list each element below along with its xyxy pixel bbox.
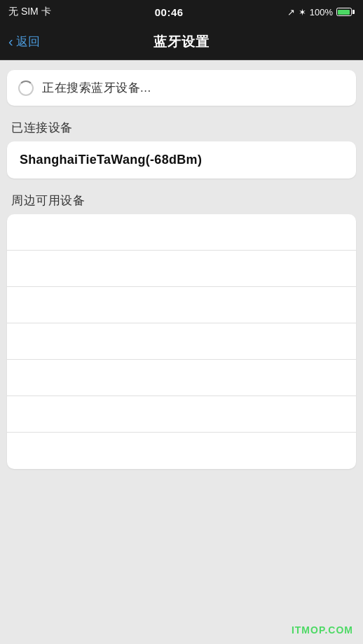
bluetooth-icon: ✶: [299, 7, 306, 18]
location-icon: ↗: [287, 7, 295, 18]
back-chevron-icon: ‹: [8, 34, 13, 50]
list-item[interactable]: [7, 214, 356, 251]
watermark: ITMOP.COM: [292, 624, 353, 636]
list-item[interactable]: [7, 433, 356, 469]
status-right: ↗ ✶ 100%: [287, 7, 355, 18]
status-bar: 无 SIM 卡 00:46 ↗ ✶ 100%: [0, 0, 363, 24]
battery-percent: 100%: [310, 7, 333, 18]
page-title: 蓝牙设置: [153, 33, 210, 51]
loading-spinner: [18, 80, 34, 96]
list-item[interactable]: [7, 287, 356, 323]
list-item[interactable]: [7, 251, 356, 287]
list-item[interactable]: [7, 360, 356, 396]
available-section-header: 周边可用设备: [7, 192, 356, 214]
searching-text: 正在搜索蓝牙设备...: [42, 80, 151, 96]
sim-label: 无 SIM 卡: [8, 6, 51, 18]
list-item[interactable]: [7, 396, 356, 433]
status-time: 00:46: [155, 6, 184, 18]
available-devices-list: [7, 214, 356, 469]
content-area: 正在搜索蓝牙设备... 已连接设备 ShanghaiTieTaWang(-68d…: [0, 60, 363, 644]
connected-device-name: ShanghaiTieTaWang(-68dBm): [20, 153, 343, 167]
connected-device-card[interactable]: ShanghaiTieTaWang(-68dBm): [7, 141, 356, 178]
nav-bar: ‹ 返回 蓝牙设置: [0, 24, 363, 60]
back-label: 返回: [16, 34, 40, 50]
battery-icon: [336, 8, 355, 16]
back-button[interactable]: ‹ 返回: [8, 34, 40, 50]
status-left: 无 SIM 卡: [8, 6, 51, 18]
searching-card: 正在搜索蓝牙设备...: [7, 70, 356, 106]
list-item[interactable]: [7, 323, 356, 360]
connected-section-header: 已连接设备: [7, 120, 356, 141]
